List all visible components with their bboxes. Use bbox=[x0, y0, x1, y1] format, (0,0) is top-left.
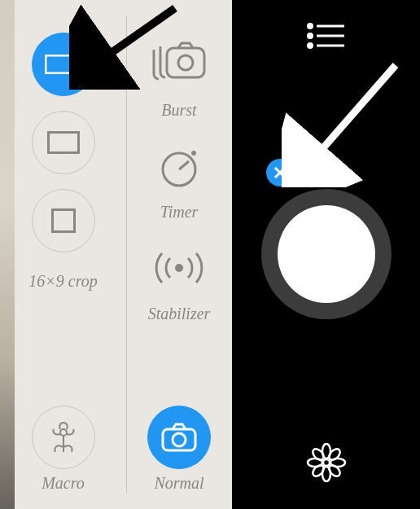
svg-point-5 bbox=[178, 55, 193, 70]
svg-rect-4 bbox=[167, 48, 204, 77]
square-icon bbox=[32, 189, 95, 252]
svg-rect-2 bbox=[52, 210, 74, 232]
svg-point-15 bbox=[308, 44, 312, 48]
svg-point-7 bbox=[191, 151, 196, 156]
aspect-wide-option[interactable] bbox=[32, 33, 95, 96]
wide-rect-icon bbox=[32, 33, 95, 96]
close-button[interactable] bbox=[266, 159, 294, 186]
aspect-169-option[interactable]: 16×9 crop bbox=[28, 272, 97, 291]
stabilizer-option[interactable]: Stabilizer bbox=[148, 236, 211, 323]
menu-button[interactable] bbox=[307, 23, 346, 52]
aspect-43-option[interactable] bbox=[32, 111, 95, 174]
rect-43-icon bbox=[32, 111, 95, 174]
flower-icon bbox=[32, 406, 95, 469]
stabilizer-label: Stabilizer bbox=[148, 305, 211, 323]
svg-point-10 bbox=[173, 433, 186, 446]
aspect-column: 16×9 crop Macro bbox=[0, 0, 126, 509]
shutter-inner bbox=[278, 205, 375, 303]
burst-stack-icon bbox=[151, 33, 208, 96]
normal-label: Normal bbox=[154, 474, 203, 493]
aspect-169-label: 16×9 crop bbox=[28, 272, 97, 291]
svg-point-8 bbox=[175, 264, 183, 272]
mode-column: Burst Timer St bbox=[126, 0, 232, 509]
svg-point-19 bbox=[323, 459, 330, 466]
timer-icon bbox=[156, 134, 202, 198]
list-icon bbox=[307, 23, 346, 49]
stabilizer-icon bbox=[151, 236, 208, 300]
normal-option[interactable]: Normal bbox=[147, 406, 211, 493]
close-icon bbox=[273, 166, 287, 179]
shutter-button[interactable] bbox=[261, 189, 392, 319]
flower-icon bbox=[306, 442, 347, 483]
aspect-square-option[interactable] bbox=[32, 189, 95, 252]
timer-option[interactable]: Timer bbox=[156, 134, 202, 222]
camera-icon bbox=[147, 406, 211, 469]
svg-point-13 bbox=[308, 34, 312, 38]
settings-panel: 16×9 crop Macro bbox=[0, 0, 232, 509]
camera-controls-panel bbox=[232, 0, 420, 509]
svg-point-11 bbox=[308, 24, 312, 29]
burst-label: Burst bbox=[161, 101, 196, 120]
svg-rect-1 bbox=[48, 133, 78, 153]
gallery-button[interactable] bbox=[306, 442, 347, 486]
background-sliver bbox=[0, 0, 15, 509]
burst-option[interactable]: Burst bbox=[151, 33, 208, 120]
macro-label: Macro bbox=[42, 474, 85, 493]
svg-rect-0 bbox=[46, 55, 81, 73]
macro-option[interactable]: Macro bbox=[32, 406, 95, 493]
svg-point-3 bbox=[60, 429, 67, 436]
timer-label: Timer bbox=[160, 203, 199, 222]
